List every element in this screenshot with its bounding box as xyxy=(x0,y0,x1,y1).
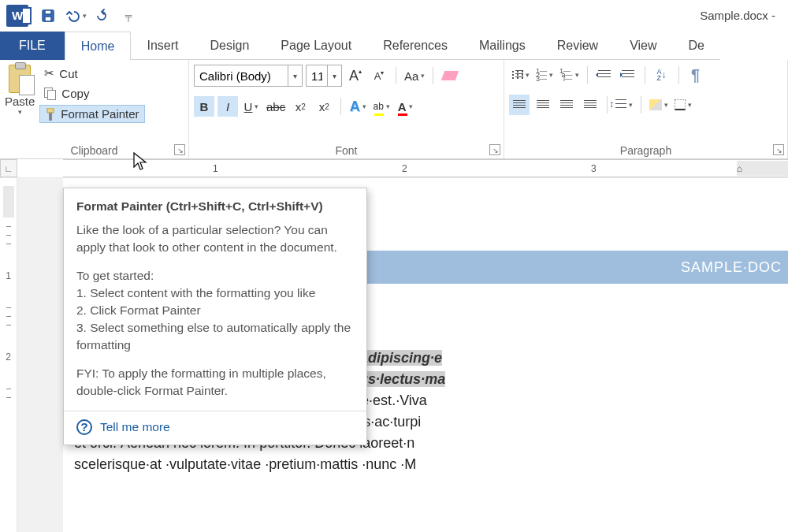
align-right-button[interactable] xyxy=(556,95,577,115)
vruler-num-1: 1 xyxy=(6,270,11,281)
ruler-row: ∟ 1 2 3 ⌂ xyxy=(0,159,788,178)
paste-dropdown-icon[interactable]: ▾ xyxy=(18,108,22,116)
ruler-num-end: ⌂ xyxy=(737,163,742,174)
paragraph-launcher[interactable]: ↘ xyxy=(773,144,784,155)
group-paragraph: 1—2—3— 1— a— i— AZ↓ ¶ xyxy=(504,60,788,158)
tab-view[interactable]: View xyxy=(614,32,672,60)
align-center-button[interactable] xyxy=(533,95,553,115)
numbering-button[interactable]: 1—2—3— xyxy=(534,65,555,85)
format-painter-button[interactable]: Format Painter xyxy=(39,105,144,123)
tab-references[interactable]: References xyxy=(367,32,463,60)
italic-button[interactable]: I xyxy=(217,96,238,117)
increase-indent-button[interactable] xyxy=(618,65,638,85)
cut-label: Cut xyxy=(59,67,77,80)
clipboard-group-label: Clipboard xyxy=(5,141,184,158)
horizontal-ruler[interactable]: 1 2 3 ⌂ xyxy=(63,159,788,177)
vertical-ruler[interactable]: 1 2 xyxy=(0,178,17,532)
highlight-button[interactable]: ab xyxy=(371,96,392,117)
clear-formatting-button[interactable] xyxy=(440,65,460,86)
eraser-icon xyxy=(441,71,459,80)
scissors-icon: ✂ xyxy=(44,66,54,80)
align-left-button[interactable] xyxy=(509,95,530,115)
svg-rect-4 xyxy=(49,113,52,121)
ruler-num-1: 1 xyxy=(213,163,218,174)
sort-button[interactable]: AZ↓ xyxy=(652,65,672,85)
multilevel-list-button[interactable]: 1— a— i— xyxy=(558,65,581,85)
superscript-button[interactable]: x2 xyxy=(314,96,334,117)
strikethrough-button[interactable]: abc xyxy=(265,96,287,117)
underline-button[interactable]: U xyxy=(241,96,262,117)
title-bar: W ▾ ╤ Sample.docx - xyxy=(0,0,788,32)
help-icon: ? xyxy=(76,419,92,435)
tab-insert[interactable]: Insert xyxy=(131,32,194,60)
svg-rect-2 xyxy=(45,17,51,21)
qat-customize-button[interactable]: ╤ xyxy=(117,4,140,28)
qat-save-button[interactable] xyxy=(36,4,60,28)
font-color-button[interactable]: A xyxy=(395,96,415,117)
text-effects-button[interactable]: A xyxy=(348,96,368,117)
tooltip-p2: To get started: xyxy=(76,269,154,282)
format-painter-tooltip: Format Painter (Ctrl+Shift+C, Ctrl+Shift… xyxy=(63,188,367,445)
tab-review[interactable]: Review xyxy=(541,32,614,60)
clipboard-launcher[interactable]: ↘ xyxy=(174,144,185,155)
bullets-button[interactable] xyxy=(509,65,531,85)
tooltip-step3: 3. Select something else to automaticall… xyxy=(76,321,351,352)
font-launcher[interactable]: ↘ xyxy=(489,144,500,155)
ruler-corner[interactable]: ∟ xyxy=(0,159,17,177)
borders-button[interactable] xyxy=(673,95,693,115)
tooltip-title: Format Painter (Ctrl+Shift+C, Ctrl+Shift… xyxy=(76,199,354,214)
font-name-dropdown-icon[interactable]: ▾ xyxy=(288,65,302,86)
grow-font-button[interactable]: A▴ xyxy=(345,65,366,86)
cut-button[interactable]: ✂ Cut xyxy=(39,65,144,82)
font-size-dropdown-icon[interactable]: ▾ xyxy=(327,65,341,86)
tooltip-step1: 1. Select content with the formatting yo… xyxy=(76,286,315,299)
qat-redo-button[interactable] xyxy=(90,4,113,28)
ruler-num-2: 2 xyxy=(402,163,407,174)
copy-button[interactable]: Copy xyxy=(39,85,144,102)
tab-mailings[interactable]: Mailings xyxy=(463,32,541,60)
paragraph-group-label: Paragraph xyxy=(509,141,782,158)
svg-rect-1 xyxy=(45,10,51,14)
tab-file[interactable]: FILE xyxy=(0,32,65,60)
tooltip-step2: 2. Click Format Painter xyxy=(76,303,201,317)
copy-icon xyxy=(44,87,57,100)
change-case-button[interactable]: Aa xyxy=(403,65,426,86)
ribbon: Paste ▾ ✂ Cut Copy xyxy=(0,60,788,159)
page-gutter xyxy=(17,178,63,532)
font-size-input[interactable] xyxy=(307,69,327,83)
paintbrush-icon xyxy=(45,108,56,121)
align-justify-button[interactable] xyxy=(580,95,600,115)
tell-me-more-link[interactable]: ? Tell me more xyxy=(76,419,354,435)
font-name-combo[interactable]: ▾ xyxy=(194,65,303,87)
paste-icon xyxy=(9,65,31,93)
paste-button[interactable]: Paste ▾ xyxy=(5,65,35,116)
word-logo-icon: W xyxy=(6,5,28,27)
font-size-combo[interactable]: ▾ xyxy=(306,65,342,87)
decrease-indent-button[interactable] xyxy=(594,65,615,85)
group-clipboard: Paste ▾ ✂ Cut Copy xyxy=(0,60,189,158)
group-font: ▾ ▾ A▴ A▾ Aa B I U abc x2 x2 xyxy=(189,60,504,158)
shrink-font-button[interactable]: A▾ xyxy=(369,65,389,86)
tab-home[interactable]: Home xyxy=(65,32,132,60)
vruler-num-2: 2 xyxy=(6,352,11,363)
tab-truncated[interactable]: De xyxy=(673,32,720,60)
show-marks-button[interactable]: ¶ xyxy=(686,65,706,85)
font-name-input[interactable] xyxy=(195,69,288,83)
window-title: Sample.docx - xyxy=(700,9,775,22)
svg-rect-3 xyxy=(47,108,54,113)
tooltip-p1: Like the look of a particular selection?… xyxy=(76,221,354,256)
font-group-label: Font xyxy=(194,141,499,158)
bold-button[interactable]: B xyxy=(194,96,214,117)
shading-button[interactable] xyxy=(648,95,670,115)
copy-label: Copy xyxy=(61,87,89,100)
paste-label: Paste xyxy=(5,95,35,108)
tell-me-more-label: Tell me more xyxy=(100,420,170,434)
tooltip-p3: FYI: To apply the formatting in multiple… xyxy=(76,365,354,400)
format-painter-label: Format Painter xyxy=(61,107,139,121)
qat-undo-button[interactable]: ▾ xyxy=(63,4,87,28)
tab-page-layout[interactable]: Page Layout xyxy=(265,32,367,60)
tab-design[interactable]: Design xyxy=(195,32,266,60)
ribbon-tabs: FILE Home Insert Design Page Layout Refe… xyxy=(0,32,788,60)
subscript-button[interactable]: x2 xyxy=(290,96,310,117)
line-spacing-button[interactable] xyxy=(614,95,634,115)
